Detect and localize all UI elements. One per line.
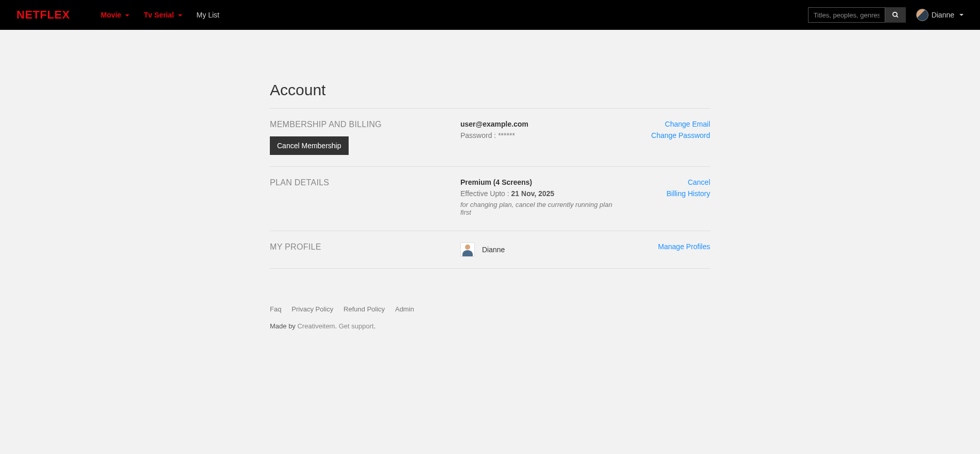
search-icon <box>892 11 899 19</box>
change-password-link[interactable]: Change Password <box>617 131 710 139</box>
nav-tvserial[interactable]: Tv Serial <box>144 11 182 19</box>
membership-heading: MEMBERSHIP AND BILLING <box>270 120 460 129</box>
section-left: MEMBERSHIP AND BILLING Cancel Membership <box>270 120 460 155</box>
change-email-link[interactable]: Change Email <box>617 120 710 128</box>
svg-point-0 <box>892 12 897 16</box>
made-by: Made by Creativeitem. Get support. <box>270 322 710 330</box>
section-plan: PLAN DETAILS Premium (4 Screens) Effecti… <box>270 167 710 231</box>
cancel-membership-button[interactable]: Cancel Membership <box>270 136 349 155</box>
divider <box>270 268 710 269</box>
search-wrap <box>808 7 906 23</box>
logo[interactable]: NETFLEX <box>16 8 70 22</box>
profile-avatar <box>460 242 475 257</box>
caret-down-icon <box>178 14 182 16</box>
nav-tvserial-label: Tv Serial <box>144 11 174 19</box>
nav-mylist[interactable]: My List <box>197 11 219 19</box>
plan-heading: PLAN DETAILS <box>270 178 460 187</box>
section-right: Cancel Billing History <box>617 178 710 219</box>
nav-items: Movie Tv Serial My List <box>101 11 219 19</box>
nav-right: Dianne <box>808 7 964 23</box>
user-menu[interactable]: Dianne <box>916 9 964 21</box>
profile-heading: MY PROFILE <box>270 242 460 252</box>
manage-profiles-link[interactable]: Manage Profiles <box>617 242 710 251</box>
made-by-end: . <box>374 322 376 330</box>
search-button[interactable] <box>885 7 906 23</box>
password-mask: ****** <box>498 131 515 139</box>
section-membership: MEMBERSHIP AND BILLING Cancel Membership… <box>270 109 710 166</box>
svg-line-1 <box>896 16 898 18</box>
account-email: user@example.com <box>460 120 617 128</box>
navbar: NETFLEX Movie Tv Serial My List Dianne <box>0 0 980 30</box>
avatar <box>916 9 929 21</box>
footer-faq[interactable]: Faq <box>270 305 281 313</box>
effective-label: Effective Upto : <box>460 189 511 198</box>
section-left: PLAN DETAILS <box>270 178 460 219</box>
search-input[interactable] <box>808 7 885 23</box>
section-profile: MY PROFILE Dianne Manage Profiles <box>270 231 710 268</box>
footer-admin[interactable]: Admin <box>395 305 414 313</box>
billing-history-link[interactable]: Billing History <box>617 189 710 198</box>
caret-down-icon <box>959 14 964 16</box>
password-row: Password : ****** <box>460 131 617 139</box>
section-mid: Premium (4 Screens) Effective Upto : 21 … <box>460 178 617 219</box>
effective-row: Effective Upto : 21 Nov, 2025 <box>460 189 617 198</box>
caret-down-icon <box>125 14 129 16</box>
footer-links: Faq Privacy Policy Refund Policy Admin <box>270 294 710 313</box>
section-left: MY PROFILE <box>270 242 460 257</box>
plan-cancel-link[interactable]: Cancel <box>617 178 710 186</box>
section-mid: user@example.com Password : ****** <box>460 120 617 155</box>
plan-note: for changing plan, cancel the currently … <box>460 201 617 216</box>
password-label: Password : <box>460 131 498 139</box>
profile-name: Dianne <box>482 246 505 254</box>
made-by-prefix: Made by <box>270 322 297 330</box>
plan-name: Premium (4 Screens) <box>460 178 617 186</box>
made-by-sep: . <box>335 322 338 330</box>
effective-date: 21 Nov, 2025 <box>511 189 555 198</box>
nav-movie[interactable]: Movie <box>101 11 130 19</box>
nav-movie-label: Movie <box>101 11 122 19</box>
section-right: Change Email Change Password <box>617 120 710 155</box>
profile-row: Dianne <box>460 242 617 257</box>
footer-privacy[interactable]: Privacy Policy <box>291 305 333 313</box>
main-container: Account MEMBERSHIP AND BILLING Cancel Me… <box>270 30 710 351</box>
footer-refund[interactable]: Refund Policy <box>343 305 385 313</box>
page-title: Account <box>270 81 710 99</box>
section-right: Manage Profiles <box>617 242 710 257</box>
user-name: Dianne <box>932 11 954 19</box>
support-link[interactable]: Get support <box>339 322 374 330</box>
section-mid: Dianne <box>460 242 617 257</box>
creativeitem-link[interactable]: Creativeitem <box>297 322 335 330</box>
